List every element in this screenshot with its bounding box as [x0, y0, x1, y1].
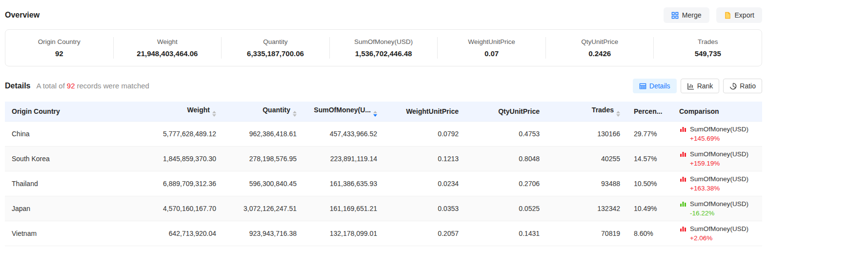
- sort-carets-icon: [616, 111, 620, 117]
- cell-trades: 130166: [546, 121, 627, 146]
- bar-chart-icon: [679, 150, 687, 158]
- cell-trades: 70819: [546, 221, 627, 246]
- cell-quantity: 3,072,126,247.51: [223, 196, 303, 221]
- merge-button-label: Merge: [682, 11, 702, 19]
- cell-weight-unit-price: 0.1213: [384, 146, 465, 171]
- details-table: Origin Country Weight Quantity SumOfMone…: [5, 102, 762, 246]
- stat-value: 92: [9, 49, 109, 58]
- cell-percentage: 29.77%: [627, 121, 672, 146]
- cell-percentage: 14.57%: [627, 146, 672, 171]
- export-button[interactable]: Export: [716, 7, 762, 23]
- cell-sum-of-money: 161,386,635.93: [303, 171, 384, 196]
- stat-trades: Trades 549,735: [654, 37, 762, 59]
- column-header-comparison: Comparison: [672, 102, 762, 121]
- column-header-qty-unit-price: QtyUnitPrice: [465, 102, 546, 121]
- sort-carets-icon: [293, 111, 297, 117]
- export-icon: [724, 12, 731, 19]
- cell-percentage: 10.49%: [627, 196, 672, 221]
- cell-quantity: 596,300,840.45: [223, 171, 303, 196]
- stat-value: 0.2426: [550, 49, 650, 58]
- cell-sum-of-money: 161,169,651.21: [303, 196, 384, 221]
- cell-origin-country: Japan: [5, 196, 142, 221]
- cell-comparison: SumOfMoney(USD) +159.19%: [672, 146, 762, 171]
- table-row: China 5,777,628,489.12 962,386,418.61 45…: [5, 121, 762, 146]
- tab-ratio[interactable]: Ratio: [723, 79, 762, 93]
- table-row: Vietnam 642,713,920.04 923,943,716.38 13…: [5, 221, 762, 246]
- column-header-origin-country: Origin Country: [5, 102, 142, 121]
- overview-stats-box: Origin Country 92 Weight 21,948,403,464.…: [5, 29, 762, 66]
- stat-weight-unit-price: WeightUnitPrice 0.07: [438, 37, 546, 59]
- table-header-row: Origin Country Weight Quantity SumOfMone…: [5, 102, 762, 121]
- table-row: South Korea 1,845,859,370.30 278,198,576…: [5, 146, 762, 171]
- cell-origin-country: Thailand: [5, 171, 142, 196]
- sort-carets-icon: [212, 111, 216, 117]
- cell-quantity: 923,943,716.38: [223, 221, 303, 246]
- tab-details-label: Details: [649, 82, 670, 90]
- stat-label: Trades: [658, 38, 758, 45]
- cell-qty-unit-price: 0.4753: [465, 121, 546, 146]
- bar-chart-icon: [679, 125, 687, 133]
- details-summary: A total of92records were matched: [36, 82, 149, 90]
- column-header-trades[interactable]: Trades: [546, 102, 627, 121]
- table-icon: [639, 83, 646, 90]
- tab-ratio-label: Ratio: [740, 82, 756, 90]
- column-label: WeightUnitPrice: [406, 107, 459, 115]
- cell-sum-of-money: 223,891,119.14: [303, 146, 384, 171]
- comparison-change: +145.69%: [679, 135, 755, 142]
- cell-trades: 132342: [546, 196, 627, 221]
- cell-qty-unit-price: 0.0525: [465, 196, 546, 221]
- cell-comparison: SumOfMoney(USD) +2.06%: [672, 221, 762, 246]
- stat-weight: Weight 21,948,403,464.06: [114, 37, 222, 59]
- stat-label: SumOfMoney(USD): [334, 38, 434, 45]
- comparison-change: +159.19%: [679, 160, 755, 167]
- cell-weight: 6,889,709,312.36: [142, 171, 223, 196]
- cell-qty-unit-price: 0.2706: [465, 171, 546, 196]
- comparison-change: -16.22%: [679, 210, 755, 217]
- column-label: Percen...: [634, 107, 662, 115]
- topbar-actions: Merge Export: [664, 7, 762, 23]
- comparison-metric-label: SumOfMoney(USD): [690, 200, 748, 208]
- column-header-weight[interactable]: Weight: [142, 102, 223, 121]
- stat-value: 21,948,403,464.06: [118, 49, 218, 58]
- column-header-percentage: Percen...: [627, 102, 672, 121]
- cell-weight-unit-price: 0.2057: [384, 221, 465, 246]
- cell-comparison: SumOfMoney(USD) +145.69%: [672, 121, 762, 146]
- column-header-weight-unit-price: WeightUnitPrice: [384, 102, 465, 121]
- column-label: QtyUnitPrice: [498, 107, 540, 115]
- export-button-label: Export: [735, 11, 754, 19]
- stat-label: QtyUnitPrice: [550, 38, 650, 45]
- cell-qty-unit-price: 0.8048: [465, 146, 546, 171]
- cell-trades: 40255: [546, 146, 627, 171]
- column-label: Quantity: [262, 106, 290, 114]
- cell-comparison: SumOfMoney(USD) -16.22%: [672, 196, 762, 221]
- merge-icon: [671, 12, 679, 19]
- cell-sum-of-money: 132,178,099.01: [303, 221, 384, 246]
- column-label: Trades: [592, 106, 614, 114]
- cell-sum-of-money: 457,433,966.52: [303, 121, 384, 146]
- summary-prefix: A total of: [36, 82, 64, 90]
- stat-label: Quantity: [225, 38, 325, 45]
- tab-rank-label: Rank: [697, 82, 713, 90]
- column-label: SumOfMoney(U...: [314, 106, 371, 114]
- view-switch: Details Rank Ratio: [633, 79, 762, 93]
- stat-origin-country: Origin Country 92: [5, 37, 114, 59]
- cell-origin-country: South Korea: [5, 146, 142, 171]
- merge-button[interactable]: Merge: [664, 7, 709, 23]
- stat-value: 1,536,702,446.48: [334, 49, 434, 58]
- column-label: Origin Country: [12, 107, 60, 115]
- details-bar: Details A total of92records were matched…: [5, 77, 762, 95]
- column-header-sum-of-money[interactable]: SumOfMoney(U...: [303, 102, 384, 121]
- cell-quantity: 962,386,418.61: [223, 121, 303, 146]
- cell-weight-unit-price: 0.0792: [384, 121, 465, 146]
- column-header-quantity[interactable]: Quantity: [223, 102, 303, 121]
- tab-details[interactable]: Details: [633, 79, 677, 93]
- comparison-metric-label: SumOfMoney(USD): [690, 175, 748, 183]
- bar-chart-icon: [679, 175, 687, 183]
- cell-percentage: 10.50%: [627, 171, 672, 196]
- cell-weight: 642,713,920.04: [142, 221, 223, 246]
- cell-comparison: SumOfMoney(USD) +163.38%: [672, 171, 762, 196]
- tab-rank[interactable]: Rank: [681, 79, 720, 93]
- stat-label: WeightUnitPrice: [442, 38, 542, 45]
- table-row: Japan 4,570,160,167.70 3,072,126,247.51 …: [5, 196, 762, 221]
- details-title: Details: [5, 82, 30, 90]
